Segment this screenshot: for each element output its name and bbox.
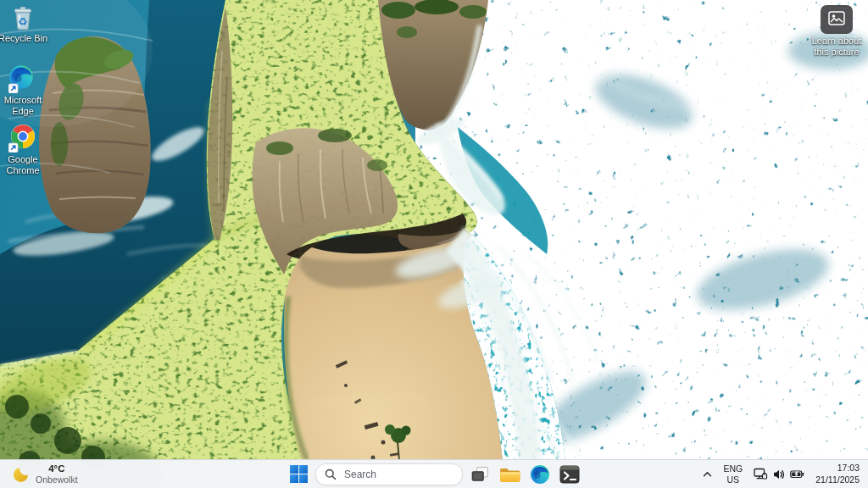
weather-condition: Onbewolkt [36, 474, 78, 485]
terminal-button[interactable] [557, 463, 582, 486]
wallpaper-kelingking-beach [0, 0, 868, 488]
edge-taskbar-button[interactable] [527, 463, 553, 486]
file-explorer-button[interactable] [497, 463, 523, 486]
desktop-icon-label: Recycle Bin [0, 33, 47, 44]
language-line2: US [727, 474, 740, 485]
desktop-icon-microsoft-edge[interactable]: Microsoft Edge [0, 63, 52, 119]
file-explorer-icon [499, 465, 520, 483]
language-line1: ENG [723, 463, 743, 474]
taskbar-center-group [286, 460, 582, 488]
edge-icon [8, 64, 37, 93]
search-icon [325, 469, 337, 480]
svg-text:♻: ♻ [18, 15, 27, 28]
battery-charging-icon [790, 469, 804, 480]
clock-date: 21/11/2025 [815, 474, 860, 486]
moon-icon [13, 466, 30, 483]
network-icon [754, 468, 768, 480]
desktop-icon-recycle-bin[interactable]: ♻ Recycle Bin [0, 3, 52, 46]
start-button[interactable] [286, 463, 311, 486]
volume-icon [773, 468, 785, 480]
search-input[interactable] [342, 468, 459, 481]
chrome-icon [8, 124, 37, 152]
task-view-button[interactable] [467, 463, 492, 486]
terminal-icon [559, 464, 580, 485]
weather-temperature: 4°C [36, 463, 78, 475]
taskbar: 4°C Onbewolkt [0, 459, 868, 488]
search-box[interactable] [315, 463, 463, 485]
clock-time: 17:03 [837, 463, 860, 474]
language-switcher[interactable]: ENG US [718, 463, 748, 486]
desktop-icon-learn-about-picture[interactable]: Learn about this picture [804, 3, 868, 59]
task-view-icon [471, 466, 489, 482]
desktop-icon-label: Google Chrome [0, 154, 51, 176]
weather-widget[interactable]: 4°C Onbewolkt [7, 460, 84, 488]
chevron-up-icon [703, 471, 712, 478]
hidden-icons-button[interactable] [698, 463, 717, 486]
edge-icon [530, 464, 550, 485]
picture-frame-icon [821, 5, 853, 34]
desktop-icon-google-chrome[interactable]: Google Chrome [0, 122, 52, 178]
system-status-button[interactable] [748, 463, 810, 486]
desktop-icon-label: Microsoft Edge [0, 95, 51, 117]
recycle-bin-icon: ♻ [9, 4, 36, 31]
clock-button[interactable]: 17:03 21/11/2025 [810, 463, 865, 486]
desktop-icon-label: Learn about this picture [805, 36, 868, 58]
system-tray: ENG US 17:03 [698, 460, 865, 488]
windows-logo-icon [290, 465, 308, 483]
